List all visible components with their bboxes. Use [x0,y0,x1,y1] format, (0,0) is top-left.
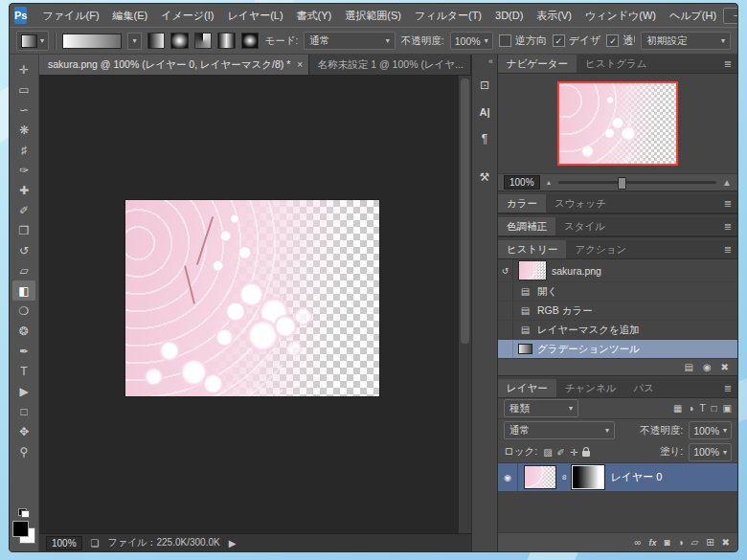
menu-image[interactable]: イメージ(I) [154,4,220,27]
menu-filter[interactable]: フィルター(T) [408,4,488,27]
hand-tool[interactable]: ✥ [12,421,35,441]
history-row-gradient-tool[interactable]: グラデーションツール [498,339,737,358]
navigator-zoom-field[interactable]: 100% [504,175,540,190]
brush-tool[interactable]: ✐ [12,200,35,220]
zoom-field[interactable]: 100% [46,536,82,550]
lock-all-icon[interactable] [582,451,590,457]
history-brush-source-icon[interactable]: ↺ [498,259,513,281]
tab-layers[interactable]: レイヤー [498,379,556,397]
slider-thumb[interactable] [618,177,626,190]
tab-history[interactable]: ヒストリー [498,240,566,258]
move-tool[interactable]: ✛ [12,59,35,79]
shape-tool[interactable]: □ [12,401,35,421]
layer-opacity-dropdown[interactable]: 100% ▾ [689,421,732,439]
eye-icon[interactable]: ◉ [498,463,518,491]
type-filter-icon[interactable]: T [699,403,705,414]
history-snapshot-row[interactable]: ↺ sakura.png [498,259,737,281]
tab-styles[interactable]: スタイル [555,217,614,235]
zoom-tool[interactable]: ⚲ [12,441,35,461]
gradient-tool[interactable]: ◧ [12,280,35,301]
tab-swatches[interactable]: スウォッチ [546,194,615,213]
lasso-tool[interactable]: ∽ [12,100,35,120]
add-layer-mask-icon[interactable]: ◙ [664,537,669,548]
gradient-preview[interactable] [62,34,122,49]
default-colors-icon[interactable] [18,508,30,518]
delete-layer-icon[interactable]: ✖ [722,537,730,548]
eraser-tool[interactable]: ▱ [12,260,35,280]
history-row-add-mask[interactable]: ▤ レイヤーマスクを追加 [498,320,737,339]
path-selection-tool[interactable]: ▶ [12,381,35,401]
tab-color[interactable]: カラー [498,194,546,213]
mode-dropdown[interactable]: 通常 ▾ [304,32,396,50]
eyedropper-tool[interactable]: ✑ [12,160,35,180]
tab-paths[interactable]: パス [624,379,663,397]
smart-object-filter-icon[interactable]: ▣ [723,403,732,414]
paragraph-panel-icon[interactable]: ¶ [474,128,495,149]
menu-file[interactable]: ファイル(F) [35,4,105,27]
history-source-box[interactable] [498,321,513,339]
blur-tool[interactable]: ❍ [12,301,35,321]
tab-channels[interactable]: チャンネル [556,379,625,397]
foreground-color-swatch[interactable] [12,521,29,537]
layer-mask-thumbnail[interactable] [572,465,604,489]
history-source-box[interactable] [498,302,513,320]
blend-mode-dropdown[interactable]: 通常 ▾ [504,421,615,439]
opacity-dropdown[interactable]: 100% ▾ [450,32,493,50]
pixel-filter-icon[interactable]: ▦ [673,403,682,414]
dodge-tool[interactable]: ❂ [12,321,35,341]
layer-style-icon[interactable]: fx [648,538,656,548]
new-group-icon[interactable]: ▱ [691,537,699,548]
workspace-dropdown[interactable]: 初期設定 ▾ [641,32,731,50]
zoom-out-mountain-icon[interactable]: ▲ [546,179,553,186]
menu-window[interactable]: ウィンドウ(W) [578,4,663,27]
tool-preset-picker[interactable]: ▾ [16,31,49,51]
transparency-checkbox[interactable] [606,34,619,47]
doc-tab-sakura[interactable]: sakura.png @ 100% (レイヤー 0, レイヤーマスク/8) * … [39,55,309,75]
navigator-zoom-slider[interactable] [558,181,717,184]
menu-edit[interactable]: 編集(E) [106,4,155,27]
layer-row-0[interactable]: ◉ 8 レイヤー 0 [498,463,737,491]
history-row-open[interactable]: ▤ 開く [498,281,737,301]
clone-stamp-tool[interactable]: ❐ [12,220,35,240]
crop-tool[interactable]: ♯ [12,140,35,160]
gradient-picker-arrow[interactable]: ▾ [127,33,142,50]
adjustment-filter-icon[interactable]: ◑ [688,403,693,414]
healing-brush-tool[interactable]: ✚ [12,180,35,200]
quick-selection-tool[interactable]: ❋ [12,120,35,140]
panel-menu-icon[interactable]: ≣ [718,217,737,235]
menu-3d[interactable]: 3D(D) [488,4,530,27]
lock-transparent-icon[interactable]: ▨ [543,447,552,458]
shape-filter-icon[interactable]: □ [712,403,717,414]
adjustment-layer-icon[interactable]: ◑ [677,537,683,548]
minimize-button[interactable]: – [723,8,738,24]
layer-name[interactable]: レイヤー 0 [610,470,662,484]
panel-menu-icon[interactable]: ≣ [718,240,737,258]
new-document-from-state-icon[interactable]: ▤ [684,362,692,372]
menu-type[interactable]: 書式(Y) [290,4,339,27]
reflected-gradient-button[interactable] [217,33,236,49]
filter-kind-dropdown[interactable]: 種類 ▾ [504,399,578,417]
expand-dock-chevrons[interactable]: « [488,56,497,69]
diamond-gradient-button[interactable] [241,33,260,49]
new-layer-icon[interactable]: ⊞ [706,537,713,548]
new-snapshot-icon[interactable]: ◉ [703,362,712,372]
lock-position-icon[interactable]: ✛ [570,447,577,458]
adjustments-panel-icon[interactable]: ⊡ [474,75,495,96]
linear-gradient-button[interactable] [147,33,166,49]
tab-actions[interactable]: アクション [566,240,635,258]
history-row-rgb[interactable]: ▤ RGB カラー [498,301,737,320]
rectangular-marquee-tool[interactable]: ▭ [12,79,35,100]
type-tool[interactable]: T [12,361,35,381]
status-menu-arrow[interactable]: ▶ [229,538,237,549]
menu-help[interactable]: ヘルプ(H) [663,4,723,27]
menu-select[interactable]: 選択範囲(S) [338,4,408,27]
zoom-in-mountain-icon[interactable]: ▲ [722,177,732,188]
layer-thumbnail[interactable] [524,465,556,489]
history-brush-tool[interactable]: ↺ [12,240,35,260]
panel-menu-icon[interactable]: ≣ [718,379,737,397]
tool-presets-panel-icon[interactable]: ⚒ [474,167,495,188]
lock-pixels-icon[interactable]: ✐ [557,447,565,458]
history-source-box[interactable] [498,282,513,301]
reverse-checkbox[interactable] [499,34,511,47]
tab-adjustments[interactable]: 色調補正 [498,217,555,235]
